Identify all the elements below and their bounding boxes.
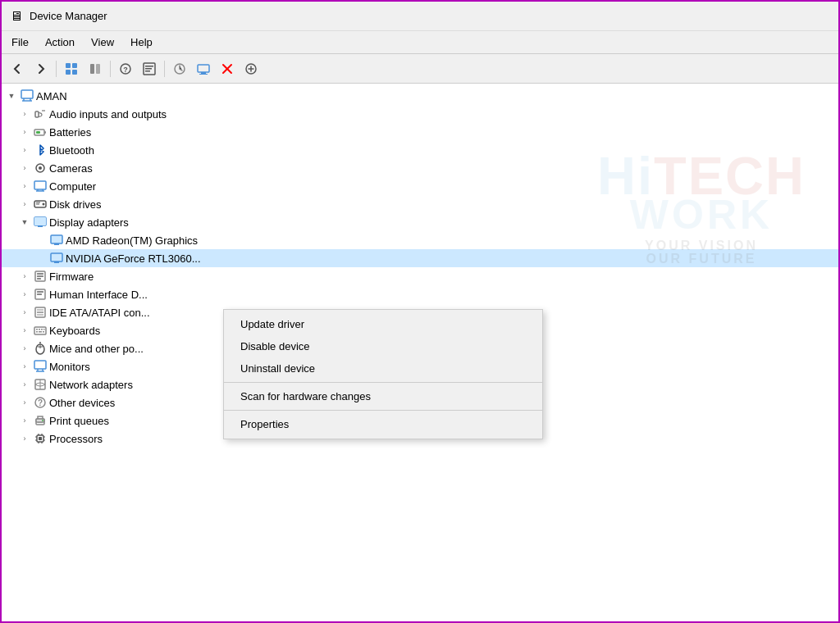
menu-file[interactable]: File [5,34,35,50]
cameras-label: Cameras [49,162,93,175]
svg-rect-60 [39,329,40,330]
svg-text:?: ? [123,66,128,74]
svg-rect-9 [145,66,153,67]
print-label: Print queues [49,415,109,427]
expand-icon-computer: › [18,180,31,193]
title-icon: 🖥 [10,9,23,24]
svg-rect-45 [51,253,62,261]
svg-rect-1 [72,63,77,68]
tree-root[interactable]: ▼ AMAN [2,87,838,105]
expand-icon-display: ▼ [18,216,31,229]
svg-rect-50 [37,278,41,280]
menu-bar: File Action View Help [2,31,838,54]
expand-icon-batteries: › [18,125,31,139]
svg-point-37 [43,203,45,206]
computer-label: Computer [49,180,96,193]
expand-icon-mice: › [18,342,31,355]
context-disable-device[interactable]: Disable device [224,335,542,357]
svg-rect-13 [198,65,209,72]
svg-rect-29 [36,131,40,134]
disk-label: Disk drives [49,198,102,211]
batteries-label: Batteries [49,126,91,139]
monitor-icon [34,360,47,373]
svg-rect-21 [21,90,33,98]
svg-rect-5 [96,64,100,74]
processor-icon [34,432,47,445]
tree-item-firmware[interactable]: › Firmware [2,267,838,285]
svg-rect-3 [72,70,77,75]
tree-item-bluetooth[interactable]: › Bluetooth [2,141,838,159]
audio-label: Audio inputs and outputs [49,108,167,121]
svg-rect-53 [37,293,42,295]
context-scan-hardware[interactable]: Scan for hardware changes [224,385,542,407]
title-bar: 🖥 Device Manager [2,2,838,31]
monitors-label: Monitors [49,361,90,373]
amd-icon [50,234,63,247]
tree-item-batteries[interactable]: › Batteries [2,123,838,141]
context-sep-1 [224,382,542,383]
svg-rect-61 [41,329,43,330]
tree-item-hid[interactable]: › Human Interface D... [2,285,838,303]
tree-item-computer[interactable]: › Computer [2,177,838,195]
context-menu: Update driver Disable device Uninstall d… [223,309,543,439]
show-all-button[interactable] [61,58,82,80]
tree-item-cameras[interactable]: › Cameras [2,159,838,177]
uninstall-button[interactable] [217,58,238,80]
update-driver-button[interactable] [193,58,214,80]
bluetooth-label: Bluetooth [49,144,94,157]
menu-help[interactable]: Help [124,34,159,50]
processors-label: Processors [49,433,103,445]
show-by-type-button[interactable] [84,58,106,80]
svg-rect-41 [34,217,46,225]
audio-icon [34,107,47,121]
resources-button[interactable] [139,58,160,80]
tree-item-amd[interactable]: AMD Radeon(TM) Graphics [2,231,838,249]
tree-item-audio[interactable]: › Audio inputs and outputs [2,105,838,123]
context-properties[interactable]: Properties [224,413,542,435]
display-icon [34,216,47,229]
expand-icon-keyboards: › [18,324,31,337]
svg-rect-49 [37,275,43,277]
expand-icon-print: › [18,414,31,427]
svg-point-81 [42,420,43,421]
context-uninstall-device[interactable]: Uninstall device [224,357,542,380]
computer-icon [21,89,34,102]
add-hardware-button[interactable] [240,58,262,80]
context-update-driver[interactable]: Update driver [224,313,542,335]
menu-view[interactable]: View [84,34,121,50]
expand-icon-ide: › [18,306,31,319]
svg-rect-83 [39,437,42,440]
svg-rect-4 [90,64,94,74]
content-area: HiTECH WORK YOUR VISION OUR FUTURE ▼ AMA… [2,84,838,621]
bluetooth-icon [34,143,47,157]
svg-rect-43 [51,235,62,243]
forward-button[interactable] [30,58,52,80]
tree-item-display[interactable]: ▼ Display adapters [2,213,838,231]
svg-point-31 [39,166,42,170]
back-button[interactable] [7,58,28,80]
tree-item-disk[interactable]: › Disk drives [2,195,838,213]
tree-item-nvidia[interactable]: NVIDIA GeForce RTL3060... [2,249,838,267]
root-label: AMAN [36,90,67,102]
scan-button[interactable] [169,58,190,80]
menu-action[interactable]: Action [39,34,81,50]
expand-icon-bluetooth: › [18,143,31,157]
svg-rect-10 [145,68,152,70]
context-sep-2 [224,410,542,411]
hid-icon [34,288,47,301]
device-manager-window: 🖥 Device Manager File Action View Help [0,0,840,623]
svg-rect-32 [34,181,46,189]
expand-icon-monitors: › [18,360,31,373]
disk-icon [34,198,47,211]
svg-rect-48 [37,273,43,275]
properties-button[interactable]: ? [115,58,136,80]
firmware-icon [34,270,47,283]
svg-rect-42 [38,225,43,227]
keyboard-icon [34,324,47,337]
svg-rect-28 [44,131,46,134]
expand-icon-hid: › [18,288,31,301]
amd-label: AMD Radeon(TM) Graphics [66,234,198,247]
svg-rect-65 [43,331,44,333]
display-label: Display adapters [49,216,129,229]
expand-icon-cameras: › [18,161,31,175]
